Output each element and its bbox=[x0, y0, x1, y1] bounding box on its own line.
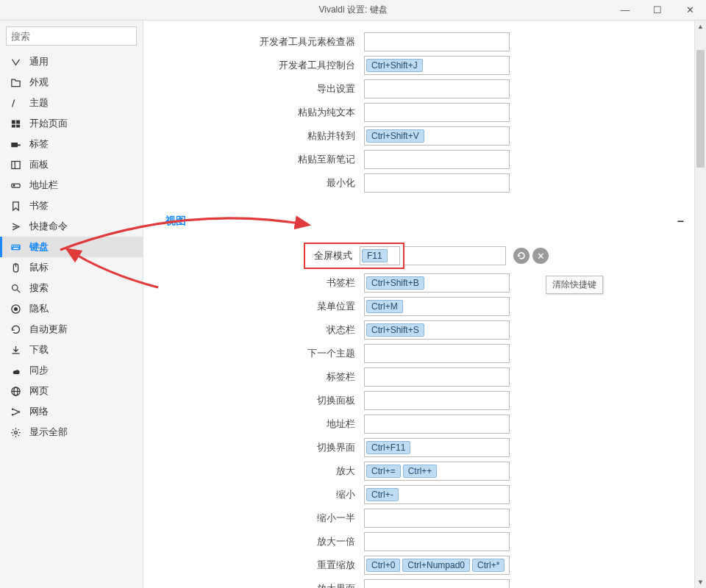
shortcut-input[interactable] bbox=[364, 103, 510, 122]
shortcut-input[interactable]: Ctrl+- bbox=[364, 485, 510, 504]
shortcut-input[interactable] bbox=[364, 79, 510, 98]
shortcut-input[interactable]: Ctrl+M bbox=[364, 297, 510, 316]
window-maximize-button[interactable]: ☐ bbox=[641, 0, 674, 20]
shortcut-chip: Ctrl+0 bbox=[366, 559, 400, 572]
window-close-button[interactable]: ✕ bbox=[674, 0, 706, 20]
shortcut-label: 放大 bbox=[165, 465, 364, 478]
sidebar-item-4[interactable]: 标签 bbox=[0, 134, 143, 154]
search-input[interactable] bbox=[6, 26, 137, 46]
top-row-5: 粘贴至新笔记 bbox=[165, 150, 684, 169]
sidebar-item-13[interactable]: 自动更新 bbox=[0, 319, 143, 340]
collapse-icon[interactable]: – bbox=[677, 215, 684, 228]
sidebar-item-label: 下载 bbox=[29, 343, 49, 356]
tooltip-clear-shortcut: 清除快捷键 bbox=[546, 276, 603, 294]
sidebar-item-18[interactable]: 显示全部 bbox=[0, 422, 143, 442]
svg-rect-0 bbox=[11, 120, 15, 123]
shortcut-input[interactable]: Ctrl+Shift+J bbox=[364, 56, 510, 75]
shortcut-input[interactable]: Ctrl+F11 bbox=[364, 438, 510, 457]
sidebar-item-5[interactable]: 面板 bbox=[0, 154, 143, 175]
scrollbar-thumb[interactable] bbox=[696, 50, 705, 168]
sidebar-item-1[interactable]: 外观 bbox=[0, 72, 143, 93]
shortcut-input[interactable]: Ctrl+Shift+V bbox=[364, 126, 510, 146]
view-row-12: 放大一倍 bbox=[165, 532, 684, 551]
sidebar-item-7[interactable]: 书签 bbox=[0, 196, 143, 216]
settings-scroll[interactable]: 开发者工具元素检查器开发者工具控制台Ctrl+Shift+J导出设置粘贴为纯文本… bbox=[143, 21, 706, 588]
sidebar-item-9[interactable]: 键盘 bbox=[0, 237, 143, 257]
shortcut-input[interactable] bbox=[364, 579, 510, 588]
shortcut-chip: Ctrl++ bbox=[403, 465, 438, 478]
shortcut-input[interactable] bbox=[364, 344, 510, 363]
svg-point-9 bbox=[13, 184, 15, 186]
shortcut-input[interactable]: Ctrl+Shift+S bbox=[364, 320, 510, 340]
shortcut-input[interactable] bbox=[364, 509, 510, 528]
shortcut-input-extra[interactable] bbox=[404, 246, 506, 265]
sidebar-icon-11 bbox=[9, 282, 22, 295]
sidebar-icon-5 bbox=[9, 158, 22, 171]
svg-rect-11 bbox=[12, 245, 13, 247]
sidebar-item-10[interactable]: 鼠标 bbox=[0, 257, 143, 278]
section-header-view[interactable]: 视图 – bbox=[165, 215, 684, 228]
svg-rect-1 bbox=[16, 120, 20, 123]
shortcut-input[interactable]: Ctrl+=Ctrl++ bbox=[364, 462, 510, 481]
view-row-9: 放大Ctrl+=Ctrl++ bbox=[165, 462, 684, 481]
shortcut-input[interactable] bbox=[364, 173, 510, 193]
shortcut-chip: F11 bbox=[362, 249, 388, 262]
shortcut-input[interactable] bbox=[364, 150, 510, 169]
shortcut-input[interactable] bbox=[364, 32, 510, 51]
shortcut-chip: Ctrl+Numpad0 bbox=[402, 559, 470, 572]
sidebar-item-3[interactable]: 开始页面 bbox=[0, 113, 143, 134]
scrollbar-down-arrow-icon[interactable]: ▼ bbox=[695, 576, 706, 588]
shortcut-input[interactable] bbox=[364, 368, 510, 387]
sidebar-item-label: 显示全部 bbox=[29, 426, 68, 439]
shortcut-input[interactable] bbox=[364, 415, 510, 434]
sidebar-item-14[interactable]: 下载 bbox=[0, 340, 143, 360]
window-minimize-button[interactable]: — bbox=[609, 0, 641, 20]
shortcut-chip: Ctrl+Shift+S bbox=[366, 323, 424, 337]
sidebar-item-11[interactable]: 搜索 bbox=[0, 278, 143, 298]
shortcut-label: 缩小 bbox=[165, 488, 364, 501]
scrollbar-up-arrow-icon[interactable]: ▲ bbox=[695, 21, 706, 32]
sidebar-item-2[interactable]: 主题 bbox=[0, 93, 143, 113]
shortcut-chip: Ctrl+M bbox=[366, 300, 403, 313]
vertical-scrollbar[interactable]: ▲ ▼ bbox=[694, 21, 706, 588]
window-titlebar: Vivaldi 设置: 键盘 — ☐ ✕ bbox=[0, 0, 706, 21]
shortcut-input[interactable]: Ctrl+0Ctrl+Numpad0Ctrl+* bbox=[364, 556, 510, 575]
view-row-13: 重置缩放Ctrl+0Ctrl+Numpad0Ctrl+* bbox=[165, 556, 684, 575]
sidebar-item-15[interactable]: 同步 bbox=[0, 360, 143, 381]
view-row-14: 放大界面 bbox=[165, 579, 684, 588]
shortcut-input[interactable]: Ctrl+Shift+B bbox=[364, 273, 510, 293]
settings-main: 开发者工具元素检查器开发者工具控制台Ctrl+Shift+J导出设置粘贴为纯文本… bbox=[143, 21, 706, 588]
sidebar-item-0[interactable]: 通用 bbox=[0, 51, 143, 72]
view-row-3: 状态栏Ctrl+Shift+S bbox=[165, 320, 684, 340]
svg-point-27 bbox=[18, 411, 20, 413]
settings-sidebar: 通用外观主题开始页面标签面板地址栏书签快捷命令键盘鼠标搜索隐私自动更新下载同步网… bbox=[0, 21, 143, 588]
sidebar-item-label: 同步 bbox=[29, 364, 49, 377]
shortcut-label: 菜单位置 bbox=[165, 300, 364, 313]
view-row-4: 下一个主题 bbox=[165, 344, 684, 363]
reset-shortcut-button[interactable] bbox=[513, 248, 530, 264]
sidebar-item-16[interactable]: 网页 bbox=[0, 381, 143, 401]
sidebar-item-8[interactable]: 快捷命令 bbox=[0, 216, 143, 237]
shortcut-input[interactable]: F11 bbox=[360, 246, 400, 265]
shortcut-chip: Ctrl+- bbox=[366, 488, 399, 501]
top-row-3: 粘贴为纯文本 bbox=[165, 103, 684, 122]
sidebar-item-6[interactable]: 地址栏 bbox=[0, 175, 143, 196]
sidebar-icon-2 bbox=[9, 96, 22, 110]
view-row-0: 全屏模式F11✕ bbox=[165, 243, 684, 269]
svg-point-26 bbox=[11, 414, 13, 416]
sidebar-item-12[interactable]: 隐私 bbox=[0, 298, 143, 319]
sidebar-item-label: 鼠标 bbox=[29, 261, 49, 274]
svg-rect-14 bbox=[18, 245, 19, 247]
sidebar-icon-6 bbox=[9, 179, 22, 192]
shortcut-input[interactable] bbox=[364, 532, 510, 551]
sidebar-item-label: 地址栏 bbox=[29, 179, 58, 192]
sidebar-item-17[interactable]: 网络 bbox=[0, 401, 143, 422]
shortcut-label: 开发者工具元素检查器 bbox=[165, 35, 364, 49]
shortcut-label: 缩小一半 bbox=[165, 512, 364, 525]
shortcut-chip: Ctrl+Shift+J bbox=[366, 59, 423, 72]
clear-shortcut-button[interactable]: ✕ bbox=[532, 248, 549, 264]
view-row-11: 缩小一半 bbox=[165, 509, 684, 528]
shortcut-label: 放大一倍 bbox=[165, 535, 364, 548]
shortcut-label: 切换界面 bbox=[165, 441, 364, 454]
shortcut-input[interactable] bbox=[364, 391, 510, 410]
